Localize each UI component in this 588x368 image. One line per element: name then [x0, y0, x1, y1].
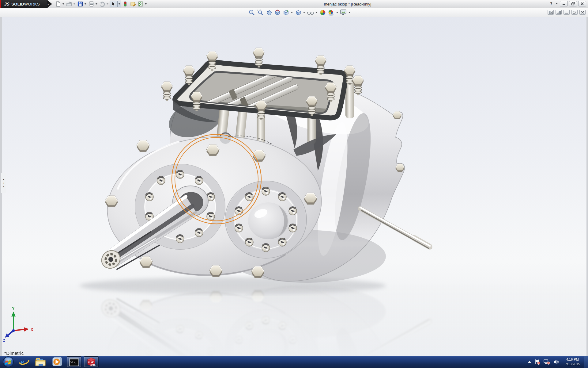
- taskbar-wmp-button[interactable]: [50, 356, 64, 368]
- undo-arrow-icon: [99, 1, 105, 7]
- select-button[interactable]: [110, 1, 117, 7]
- volume-button[interactable]: [553, 359, 560, 365]
- restore-icon: [571, 2, 575, 6]
- model-reflection: [0, 284, 588, 356]
- apply-scene-button[interactable]: [327, 9, 335, 16]
- viewport-pane-controls: [548, 10, 586, 15]
- windows-taskbar: e: [0, 356, 588, 368]
- minimize-button[interactable]: [560, 1, 568, 6]
- app-titlebar: 3S SOLIDWORKS ▸: [0, 0, 588, 8]
- open-dropdown-caret[interactable]: [74, 3, 75, 5]
- file-explorer-icon: [35, 357, 47, 367]
- clock-time: 4:16 PM: [565, 357, 580, 362]
- tray-clock[interactable]: 4:16 PM 7/13/2015: [563, 357, 582, 366]
- save-dropdown-caret[interactable]: [85, 3, 86, 5]
- doc-restore-icon: [573, 11, 576, 14]
- zoom-to-fit-button[interactable]: [248, 9, 256, 16]
- close-button[interactable]: [578, 1, 586, 6]
- taskbar-explorer-button[interactable]: [34, 356, 48, 368]
- save-floppy-icon: [77, 1, 83, 7]
- help-dropdown-caret[interactable]: [556, 3, 558, 4]
- doc-minimize-button[interactable]: [564, 10, 570, 15]
- taskbar-cmd-button[interactable]: C:\_: [67, 356, 81, 367]
- view-tools-group: [248, 9, 351, 16]
- new-dropdown-caret[interactable]: [62, 3, 64, 5]
- graphics-area[interactable]: ◂ ◂ ◂ Y X Z *Dimetric: [0, 17, 588, 356]
- hide-show-caret[interactable]: [315, 12, 317, 13]
- traffic-light-icon: [123, 1, 127, 7]
- taskbar-ie-button[interactable]: e: [17, 356, 31, 368]
- taskbar-solidworks-button[interactable]: SW 2015: [84, 356, 99, 367]
- undo-dropdown-caret[interactable]: [107, 3, 108, 5]
- system-tray: 4:16 PM 7/13/2015: [528, 356, 582, 368]
- display-style-caret[interactable]: [303, 12, 305, 13]
- print-dropdown-caret[interactable]: [96, 3, 97, 5]
- view-settings-caret[interactable]: [349, 12, 350, 13]
- apply-scene-caret[interactable]: [336, 12, 338, 13]
- new-document-icon: [55, 1, 61, 7]
- action-center-button[interactable]: [534, 359, 541, 365]
- hide-show-items-button[interactable]: [307, 9, 315, 16]
- x-axis-arrow-icon: [24, 327, 29, 332]
- lights-button[interactable]: [122, 1, 129, 7]
- display-style-icon: [295, 9, 302, 16]
- window-controls: ?: [548, 1, 586, 6]
- new-document-button[interactable]: [55, 1, 62, 7]
- doc-minimize-icon: [565, 11, 568, 14]
- doc-close-button[interactable]: [579, 10, 586, 15]
- show-desktop-button[interactable]: [584, 356, 588, 368]
- network-icon: [544, 359, 550, 365]
- media-player-icon: [52, 357, 63, 367]
- design-checker-button[interactable]: [137, 1, 144, 7]
- viewport-right-frame: [586, 17, 588, 356]
- logo-flyout-arrow-icon[interactable]: ▸: [47, 0, 52, 8]
- zoom-to-area-button[interactable]: [256, 9, 264, 16]
- eyeglasses-icon: [307, 9, 314, 16]
- z-axis-label: Z: [3, 339, 5, 342]
- section-view-button[interactable]: [273, 9, 281, 16]
- previous-view-button[interactable]: [265, 9, 273, 16]
- doc-restore-button[interactable]: [571, 10, 578, 15]
- save-button[interactable]: [77, 1, 84, 7]
- design-checker-caret[interactable]: [145, 3, 147, 5]
- appearance-ball-icon: [319, 9, 326, 16]
- main-toolbar: [55, 0, 148, 8]
- y-axis-arrow-icon: [11, 312, 16, 316]
- orientation-triad: Y X Z: [2, 305, 39, 342]
- tray-expand-button[interactable]: [528, 360, 531, 363]
- view-orientation-button[interactable]: [282, 9, 290, 16]
- view-settings-button[interactable]: [340, 9, 348, 16]
- document-title: menjac sklop * [Read-only]: [324, 0, 371, 8]
- doc-close-icon: [581, 11, 584, 14]
- zoom-to-fit-icon: [248, 9, 255, 16]
- command-prompt-icon: C:\_: [69, 358, 79, 366]
- start-button[interactable]: [2, 356, 15, 368]
- solidworks-window: 3S SOLIDWORKS ▸: [0, 0, 588, 368]
- sw-year: 2015: [89, 363, 96, 366]
- pane-right-toggle[interactable]: [556, 10, 562, 15]
- print-button[interactable]: [88, 1, 95, 7]
- cmd-prompt-text: C:\_: [70, 361, 76, 363]
- checklist-icon: [138, 1, 144, 7]
- help-button[interactable]: ?: [548, 1, 554, 6]
- view-orientation-caret[interactable]: [291, 12, 293, 13]
- clock-date: 7/13/2015: [565, 362, 580, 366]
- ds-logo-mark: 3S: [4, 2, 10, 6]
- select-dropdown-caret: [119, 3, 120, 5]
- pane-left-toggle[interactable]: [548, 10, 554, 15]
- feature-manager-collapsed-tab[interactable]: ◂ ◂ ◂: [1, 173, 6, 193]
- network-status-button[interactable]: [544, 359, 550, 365]
- comment-button[interactable]: [129, 1, 137, 7]
- svg-text:e: e: [20, 357, 24, 367]
- display-style-button[interactable]: [294, 9, 302, 16]
- solidworks-logo: 3S SOLIDWORKS: [1, 0, 47, 8]
- restore-button[interactable]: [569, 1, 577, 6]
- pane-left-icon: [549, 11, 553, 14]
- open-button[interactable]: [66, 1, 73, 7]
- previous-view-icon: [266, 9, 272, 16]
- windows-start-icon: [2, 356, 14, 368]
- undo-button[interactable]: [99, 1, 106, 7]
- view-orientation-icon: [283, 9, 289, 16]
- edit-appearance-button[interactable]: [319, 9, 327, 16]
- select-dropdown[interactable]: [117, 1, 121, 7]
